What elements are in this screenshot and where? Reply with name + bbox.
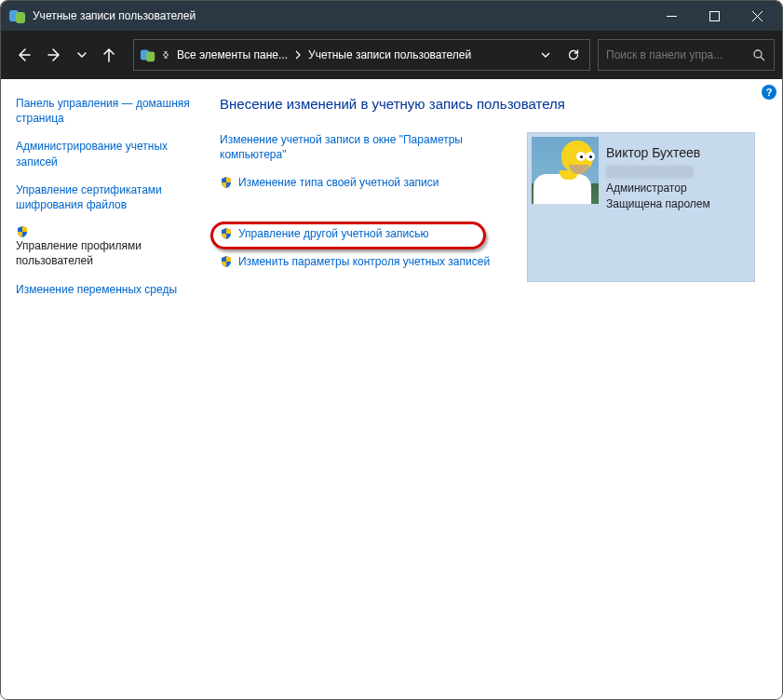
action-label: Изменение учетной записи в окне "Парамет… xyxy=(220,132,508,162)
action-label: Изменить параметры контроля учетных запи… xyxy=(238,254,490,269)
shield-icon xyxy=(220,176,233,189)
action-change-account-type[interactable]: Изменение типа своей учетной записи xyxy=(220,175,508,190)
sidebar-item-env-vars[interactable]: Изменение переменных среды xyxy=(16,282,194,297)
user-role: Администратор xyxy=(606,181,710,196)
app-icon xyxy=(8,7,27,25)
navigation-bar: Все элементы пане... Учетные записи поль… xyxy=(1,31,782,79)
sidebar-item-label: Панель управления — домашняя страница xyxy=(16,97,190,125)
address-dropdown-button[interactable] xyxy=(532,41,560,69)
search-box[interactable] xyxy=(598,39,775,71)
close-button[interactable] xyxy=(736,1,778,31)
user-protection: Защищена паролем xyxy=(606,196,710,212)
forward-button[interactable] xyxy=(40,40,70,70)
minimize-button[interactable] xyxy=(650,1,693,31)
user-name: Виктор Бухтеев xyxy=(606,144,710,163)
sidebar-item-home[interactable]: Панель управления — домашняя страница xyxy=(16,96,194,126)
refresh-button[interactable] xyxy=(560,41,587,69)
maximize-button[interactable] xyxy=(693,1,736,31)
user-email-masked: ████████████ xyxy=(606,165,710,179)
content-area: ? Панель управления — домашняя страница … xyxy=(1,79,782,699)
svg-point-4 xyxy=(754,50,762,58)
up-button[interactable] xyxy=(94,40,124,70)
avatar xyxy=(532,137,599,204)
svg-rect-1 xyxy=(709,11,719,20)
main-panel: Внесение изменений в учетную запись поль… xyxy=(201,79,782,699)
sidebar: Панель управления — домашняя страница Ад… xyxy=(1,79,201,699)
chevron-right-icon[interactable] xyxy=(291,50,304,60)
address-icon xyxy=(138,45,158,65)
sidebar-item-label: Администрирование учетных записей xyxy=(16,140,168,168)
action-manage-other-account[interactable]: Управление другой учетной записью xyxy=(220,226,508,241)
shield-icon xyxy=(220,227,233,240)
sidebar-item-label: Изменение переменных среды xyxy=(16,283,177,296)
search-button[interactable] xyxy=(748,44,770,66)
window-title: Учетные записи пользователей xyxy=(33,9,196,22)
search-input[interactable] xyxy=(606,48,748,61)
breadcrumb-all-items[interactable]: Все элементы пане... xyxy=(173,40,291,70)
action-label: Изменение типа своей учетной записи xyxy=(238,175,439,190)
sidebar-item-profiles[interactable]: Управление профилями пользователей xyxy=(16,225,194,268)
sidebar-item-label: Управление профилями пользователей xyxy=(16,239,142,267)
titlebar: Учетные записи пользователей xyxy=(1,1,782,31)
address-bar[interactable]: Все элементы пане... Учетные записи поль… xyxy=(133,39,590,71)
recent-locations-button[interactable] xyxy=(72,40,92,70)
user-info: Виктор Бухтеев ████████████ Администрато… xyxy=(606,137,710,212)
sidebar-item-admin-accounts[interactable]: Администрирование учетных записей xyxy=(16,139,194,168)
action-label: Управление другой учетной записью xyxy=(238,226,428,241)
shield-icon xyxy=(16,225,194,238)
action-change-uac-settings[interactable]: Изменить параметры контроля учетных запи… xyxy=(220,254,508,269)
chevron-left-icon[interactable] xyxy=(158,49,173,61)
back-button[interactable] xyxy=(8,40,38,70)
sidebar-item-label: Управление сертификатами шифрования файл… xyxy=(16,183,162,211)
svg-line-5 xyxy=(761,57,764,61)
page-title: Внесение изменений в учетную запись поль… xyxy=(220,96,765,112)
shield-icon xyxy=(220,255,233,268)
breadcrumb-user-accounts[interactable]: Учетные записи пользователей xyxy=(304,40,475,70)
sidebar-item-certificates[interactable]: Управление сертификатами шифрования файл… xyxy=(16,182,194,212)
user-card[interactable]: Виктор Бухтеев ████████████ Администрато… xyxy=(527,132,755,282)
actions-list: Изменение учетной записи в окне "Парамет… xyxy=(220,132,508,282)
action-change-account-settings[interactable]: Изменение учетной записи в окне "Парамет… xyxy=(220,132,508,162)
